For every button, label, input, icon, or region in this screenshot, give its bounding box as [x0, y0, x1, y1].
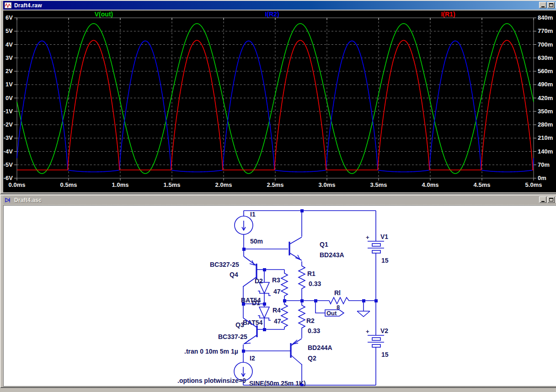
- x-tick-label: 1.0ms: [112, 181, 129, 188]
- schematic-canvas[interactable]: I1 50m Q1 BD243A: [3, 205, 556, 387]
- y-left-tick-label: 0V: [5, 95, 13, 101]
- y-left-tick-label: -1V: [4, 108, 13, 115]
- label-D2[interactable]: D2: [255, 277, 263, 285]
- x-tick-label: 2.5ms: [267, 181, 284, 188]
- label-Q2[interactable]: Q2: [308, 355, 316, 362]
- value-V1[interactable]: 15: [381, 257, 389, 264]
- component-R2[interactable]: R2 0.33: [299, 301, 320, 338]
- v1-plus-sign: +: [366, 234, 369, 241]
- value-V2[interactable]: 15: [381, 351, 389, 358]
- x-tick-label: 0.0ms: [9, 181, 26, 188]
- label-I2[interactable]: I2: [250, 355, 255, 362]
- x-tick-label: 5.0ms: [525, 181, 542, 188]
- label-R2[interactable]: R2: [306, 317, 315, 324]
- y-right-tick-label: 140m: [538, 148, 553, 155]
- label-I1[interactable]: I1: [250, 211, 256, 218]
- y-left-tick-label: 5V: [5, 27, 13, 34]
- v2-plus-sign: +: [366, 328, 369, 335]
- label-Q4[interactable]: Q4: [230, 271, 238, 278]
- label-V1[interactable]: V1: [380, 233, 388, 240]
- value-R2[interactable]: 0.33: [308, 327, 320, 334]
- y-left-tick-label: -3V: [4, 134, 13, 141]
- window-title-asc: Draft4.asc: [14, 197, 42, 203]
- value-Q2[interactable]: BD244A: [308, 344, 332, 351]
- directive-tran[interactable]: .tran 0 10m 5m 1µ: [184, 348, 238, 355]
- y-left-tick-label: -5V: [4, 161, 13, 168]
- ltspice-mdi-background: { "windows": { "raw": { "title": "Draft4…: [0, 0, 556, 392]
- maximize-button[interactable]: [547, 196, 555, 203]
- label-R4[interactable]: R4: [273, 307, 281, 314]
- titlebar-schematic[interactable]: Draft4.asc ×: [3, 196, 556, 204]
- net-label-out[interactable]: Out: [326, 310, 337, 317]
- x-tick-label: 2.0ms: [215, 181, 232, 188]
- label-Rl[interactable]: Rl: [334, 289, 341, 297]
- y-left-tick-label: 3V: [5, 54, 13, 61]
- maximize-icon: [549, 198, 553, 201]
- label-V2[interactable]: V2: [380, 327, 388, 334]
- y-right-tick-label: 490m: [538, 81, 553, 88]
- value-I1[interactable]: 50m: [250, 238, 263, 245]
- label-R3[interactable]: R3: [272, 276, 280, 284]
- label-R1[interactable]: R1: [307, 270, 315, 277]
- label-Q3[interactable]: Q3: [235, 321, 244, 328]
- y-left-tick-label: 2V: [5, 68, 13, 74]
- y-right-tick-label: 280m: [538, 121, 553, 128]
- y-right-tick-label: 70m: [538, 161, 550, 168]
- minimize-button[interactable]: [539, 2, 546, 8]
- waveform-plot-pane[interactable]: V(out) I(R2) I(R1) 0.0ms0.5ms1.0ms1.5ms2…: [3, 11, 556, 192]
- y-right-tick-label: 0m: [538, 175, 546, 181]
- y-right-tick-label: 210m: [538, 134, 553, 141]
- schematic-file-icon: [5, 197, 12, 203]
- schematic-svg[interactable]: I1 50m Q1 BD243A: [4, 206, 556, 386]
- ground-symbol[interactable]: [357, 311, 370, 317]
- component-R3[interactable]: R3 47: [272, 270, 288, 301]
- x-tick-label: 4.0ms: [422, 181, 439, 188]
- y-right-tick-label: 420m: [538, 95, 553, 101]
- component-R1[interactable]: R1 0.33: [299, 261, 321, 301]
- window-waveform-viewer: Draft4.raw × V(out) I(R2) I(R1) 0.0ms0.5…: [0, 0, 556, 194]
- y-right-tick-label: 350m: [538, 108, 553, 115]
- y-left-tick-label: 1V: [5, 81, 13, 88]
- x-tick-label: 0.5ms: [60, 181, 77, 188]
- y-left-tick-label: -2V: [4, 121, 13, 128]
- value-Q4[interactable]: BC327-25: [210, 261, 239, 268]
- y-right-tick-label: 770m: [538, 27, 553, 34]
- net-flag-out[interactable]: Out: [325, 310, 344, 317]
- x-tick-label: 1.5ms: [164, 181, 181, 188]
- component-V1[interactable]: + V1 15: [366, 211, 389, 264]
- component-R4[interactable]: R4 47: [273, 301, 288, 329]
- label-Q1[interactable]: Q1: [320, 241, 328, 248]
- window-title-raw: Draft4.raw: [14, 2, 42, 9]
- component-I1[interactable]: I1 50m: [235, 211, 263, 249]
- titlebar-waveform[interactable]: Draft4.raw ×: [3, 1, 556, 10]
- y-left-tick-label: 4V: [5, 41, 13, 48]
- value-R4[interactable]: 47: [274, 318, 281, 325]
- value-Q3[interactable]: BC337-25: [218, 333, 247, 340]
- maximize-icon: [549, 3, 553, 7]
- minimize-icon: [541, 201, 545, 202]
- y-right-tick-label: 700m: [538, 41, 553, 48]
- y-right-tick-label: 840m: [538, 14, 553, 21]
- x-tick-label: 3.5ms: [370, 181, 387, 188]
- y-right-tick-label: 630m: [538, 54, 553, 61]
- maximize-button[interactable]: [547, 2, 555, 8]
- window-controls-asc: ×: [539, 196, 556, 203]
- x-tick-label: 3.0ms: [319, 181, 336, 188]
- component-Q2[interactable]: BD244A Q2: [291, 339, 332, 365]
- component-V2[interactable]: + V2 15: [366, 301, 389, 358]
- minimize-button[interactable]: [539, 196, 546, 203]
- minimize-icon: [541, 6, 545, 7]
- component-Rl[interactable]: Rl 8: [329, 289, 350, 311]
- value-R1[interactable]: 0.33: [309, 280, 321, 287]
- y-right-tick-label: 560m: [538, 68, 553, 74]
- waveform-file-icon: [5, 2, 12, 9]
- component-Q1[interactable]: Q1 BD243A: [289, 237, 344, 260]
- y-left-tick-label: 6V: [5, 14, 13, 21]
- window-controls-raw: ×: [539, 2, 556, 8]
- window-schematic-editor: Draft4.asc ×: [0, 195, 556, 388]
- value-I2[interactable]: SINE(50m 25m 1K): [249, 380, 306, 386]
- waveform-plot-svg[interactable]: 0.0ms0.5ms1.0ms1.5ms2.0ms2.5ms3.0ms3.5ms…: [3, 11, 556, 192]
- value-Q1[interactable]: BD243A: [320, 251, 344, 259]
- directive-options[interactable]: .options plotwinsize=0: [177, 377, 246, 384]
- value-R3[interactable]: 47: [273, 288, 281, 295]
